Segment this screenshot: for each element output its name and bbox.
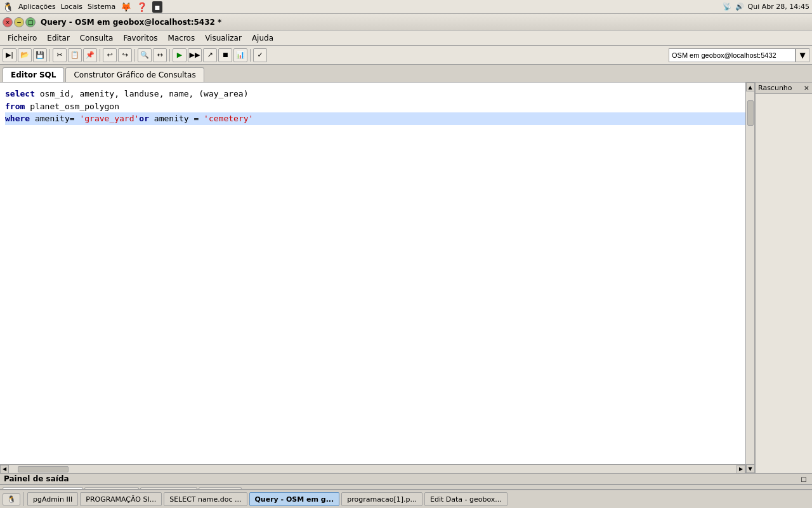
editor-container[interactable]: select osm_id, amenity, landuse, name, (… <box>0 83 754 473</box>
minimize-button[interactable]: − <box>14 17 24 27</box>
menu-ajuda[interactable]: Ajuda <box>247 32 278 44</box>
menu-consulta[interactable]: Consulta <box>75 32 119 44</box>
menu-favoritos[interactable]: Favoritos <box>118 32 162 44</box>
firefox-icon[interactable]: 🦊 <box>121 2 131 12</box>
taskbar-task[interactable]: programacao[1].p... <box>341 492 422 506</box>
panel-divider: Painel de saída □ <box>0 473 812 485</box>
start-button[interactable]: 🐧 <box>3 493 20 505</box>
toolbar-btn-copy[interactable]: 📋 <box>68 48 82 62</box>
network-icon: 📡 <box>723 3 731 11</box>
connection-input[interactable] <box>669 48 796 62</box>
toolbar-btn-replace[interactable]: ↔ <box>153 48 167 62</box>
taskbar-task[interactable]: PROGRAMAÇÃO SI... <box>80 492 162 506</box>
system-bar: 🐧 Aplicações Locais Sistema 🦊 ❓ ▪ 📡 🔊 Qu… <box>0 0 812 14</box>
tab-builder[interactable]: Construtor Gráfico de Consultas <box>65 67 204 82</box>
menu-visualizar[interactable]: Visualizar <box>200 32 247 44</box>
scroll-thumb-v[interactable] <box>747 100 754 126</box>
scroll-up[interactable]: ▲ <box>746 83 755 91</box>
scroll-right[interactable]: ▶ <box>737 465 745 474</box>
menu-ficheiro[interactable]: Ficheiro <box>3 32 42 44</box>
system-clock: 📡 🔊 Qui Abr 28, 14:45 <box>723 3 809 11</box>
toolbar-btn-explain[interactable]: 📊 <box>233 48 247 62</box>
toolbar-btn-cut[interactable]: ✂ <box>53 48 67 62</box>
toolbar-sep-2 <box>100 49 100 62</box>
taskbar-tasks: pgAdmin IIIPROGRAMAÇÃO SI...SELECT name.… <box>27 492 508 506</box>
title-bar: × − □ Query - OSM em geobox@localhost:54… <box>0 14 812 30</box>
toolbar-btn-commit[interactable]: ✓ <box>253 48 267 62</box>
editor-scrollbar-v[interactable]: ▲ ▼ <box>745 83 754 473</box>
system-icon: 🐧 <box>3 2 13 12</box>
toolbar: ▶| 📂 💾 ✂ 📋 📌 ↩ ↪ 🔍 ↔ ▶ ▶▶ ↗ ⏹ 📊 ✓ ▼ <box>0 46 812 65</box>
rascunho-panel: Rascunho × <box>755 83 812 473</box>
tab-editor-sql[interactable]: Editor SQL <box>3 67 64 82</box>
toolbar-sep-4 <box>169 49 170 62</box>
rascunho-label: Rascunho <box>758 84 792 92</box>
menu-editar[interactable]: Editar <box>42 32 75 44</box>
menu-locais[interactable]: Locais <box>61 3 82 11</box>
start-icon: 🐧 <box>7 495 16 504</box>
taskbar-task[interactable]: Query - OSM em g... <box>249 492 340 506</box>
toolbar-sep-1 <box>49 49 50 62</box>
toolbar-btn-open[interactable]: 📂 <box>18 48 32 62</box>
toolbar-sep-5 <box>250 49 251 62</box>
toolbar-btn-redo[interactable]: ↪ <box>118 48 132 62</box>
taskbar: 🐧 pgAdmin IIIPROGRAMAÇÃO SI...SELECT nam… <box>0 489 812 508</box>
datetime: Qui Abr 28, 14:45 <box>748 3 809 11</box>
menu-aplicacoes[interactable]: Aplicações <box>18 3 56 11</box>
rascunho-close[interactable]: × <box>804 84 809 92</box>
taskbar-task[interactable]: pgAdmin III <box>27 492 78 506</box>
toolbar-btn-undo[interactable]: ↩ <box>103 48 117 62</box>
window-title: Query - OSM em geobox@localhost:5432 * <box>41 18 221 27</box>
maximize-button[interactable]: □ <box>25 17 36 27</box>
toolbar-btn-1[interactable]: ▶| <box>3 48 16 62</box>
connection-selector: ▼ <box>669 48 809 62</box>
toolbar-btn-run[interactable]: ▶ <box>173 48 187 62</box>
menu-bar: Ficheiro Editar Consulta Favoritos Macro… <box>0 30 812 46</box>
close-button[interactable]: × <box>3 17 13 27</box>
panel-label: Painel de saída <box>4 474 69 483</box>
terminal-icon[interactable]: ▪ <box>152 1 162 13</box>
toolbar-btn-find[interactable]: 🔍 <box>138 48 152 62</box>
toolbar-btn-stop[interactable]: ⏹ <box>218 48 232 62</box>
help-icon[interactable]: ❓ <box>136 2 147 12</box>
rascunho-header: Rascunho × <box>756 83 812 94</box>
toolbar-sep-3 <box>134 49 135 62</box>
scroll-left[interactable]: ◀ <box>0 465 9 474</box>
volume-icon: 🔊 <box>735 3 744 11</box>
taskbar-sep <box>23 492 24 506</box>
toolbar-btn-runall[interactable]: ▶▶ <box>188 48 202 62</box>
editor-scrollbar-h[interactable]: ◀ ▶ <box>0 464 745 473</box>
code-editor[interactable]: select osm_id, amenity, landuse, name, (… <box>0 83 754 130</box>
panel-close-btn[interactable]: □ <box>799 474 808 483</box>
editor-tab-bar: Editor SQL Construtor Gráfico de Consult… <box>0 65 812 83</box>
main-area: select osm_id, amenity, landuse, name, (… <box>0 83 812 473</box>
taskbar-task[interactable]: SELECT name.doc ... <box>164 492 247 506</box>
menu-sistema[interactable]: Sistema <box>88 3 115 11</box>
toolbar-btn-save[interactable]: 💾 <box>33 48 47 62</box>
toolbar-btn-paste[interactable]: 📌 <box>83 48 97 62</box>
scroll-down[interactable]: ▼ <box>746 464 755 473</box>
system-menu: 🐧 Aplicações Locais Sistema 🦊 ❓ ▪ <box>3 1 162 13</box>
connection-dropdown[interactable]: ▼ <box>796 48 809 62</box>
toolbar-btn-runstep[interactable]: ↗ <box>203 48 217 62</box>
menu-macros[interactable]: Macros <box>163 32 200 44</box>
editor-area: select osm_id, amenity, landuse, name, (… <box>0 83 755 473</box>
scroll-thumb-h[interactable] <box>18 466 69 472</box>
window-controls: × − □ <box>3 17 36 27</box>
taskbar-task[interactable]: Edit Data - geobox... <box>424 492 508 506</box>
